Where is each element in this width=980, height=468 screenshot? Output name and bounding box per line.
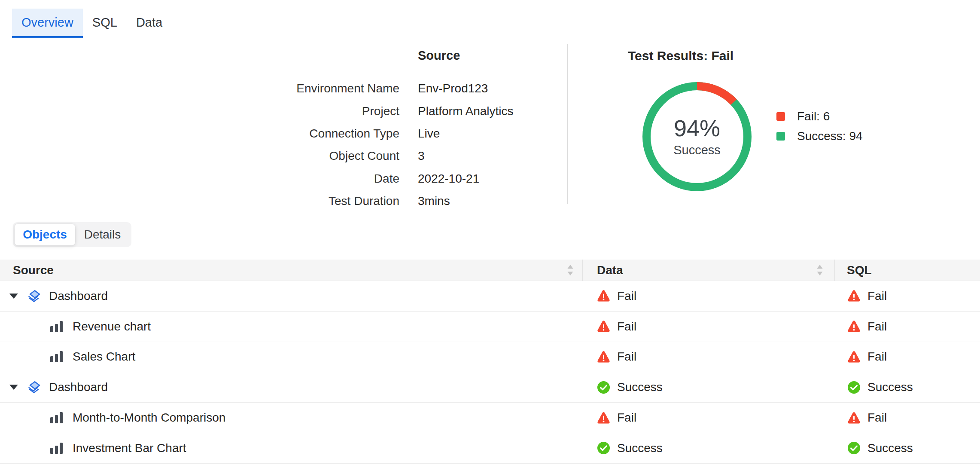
warning-triangle-icon bbox=[847, 350, 861, 364]
warning-triangle-icon bbox=[597, 289, 610, 303]
status-label: Fail bbox=[617, 289, 636, 303]
sql-status-cell: Success bbox=[835, 372, 980, 402]
table-row-item[interactable]: Investment Bar Chart Success Success bbox=[0, 433, 980, 464]
data-status-cell: Fail bbox=[583, 281, 835, 311]
source-info-row: Test Duration 3mins bbox=[206, 190, 514, 212]
legend-label: Fail: 6 bbox=[797, 110, 830, 123]
tab-sql[interactable]: SQL bbox=[83, 9, 127, 38]
source-cell: Dashboard bbox=[0, 281, 583, 311]
bar-chart-icon bbox=[49, 350, 64, 364]
column-label-sql: SQL bbox=[847, 263, 872, 277]
status-fail: Fail bbox=[847, 320, 887, 333]
data-status-cell: Fail bbox=[583, 403, 835, 433]
warning-triangle-icon bbox=[847, 289, 861, 303]
object-name: Dashboard bbox=[49, 380, 108, 394]
test-results-donut-chart: 94% Success bbox=[642, 82, 752, 192]
data-status-cell: Success bbox=[583, 433, 835, 463]
sql-status-cell: Fail bbox=[835, 312, 980, 342]
warning-triangle-icon bbox=[597, 350, 610, 364]
vertical-divider bbox=[567, 44, 568, 204]
source-cell: Sales Chart bbox=[0, 342, 583, 372]
sort-icon[interactable] bbox=[567, 264, 574, 276]
field-label: Environment Name bbox=[206, 82, 399, 95]
dashboard-icon bbox=[27, 289, 41, 303]
table-row-group[interactable]: Dashboard Success Success bbox=[0, 372, 980, 403]
status-label: Fail bbox=[867, 411, 887, 425]
column-header-source[interactable]: Source bbox=[0, 260, 583, 281]
status-fail: Fail bbox=[597, 289, 636, 303]
data-status-cell: Success bbox=[583, 372, 835, 402]
object-name: Investment Bar Chart bbox=[73, 441, 186, 455]
status-label: Success bbox=[617, 441, 663, 455]
sort-icon[interactable] bbox=[816, 264, 823, 276]
source-panel-title: Source bbox=[418, 46, 460, 64]
status-success: Success bbox=[847, 380, 913, 394]
status-label: Fail bbox=[867, 289, 887, 303]
column-header-sql[interactable]: SQL bbox=[835, 260, 980, 281]
column-label-data: Data bbox=[597, 263, 623, 277]
source-info-row: Environment Name Env-Prod123 bbox=[206, 77, 514, 100]
source-cell: Investment Bar Chart bbox=[0, 433, 583, 463]
sql-status-cell: Success bbox=[835, 433, 980, 463]
legend-label: Success: 94 bbox=[797, 129, 863, 143]
data-status-cell: Fail bbox=[583, 312, 835, 342]
check-circle-icon bbox=[597, 381, 610, 394]
bar-chart-icon bbox=[49, 320, 64, 333]
status-fail: Fail bbox=[597, 350, 636, 364]
source-cell: Revenue chart bbox=[0, 312, 583, 342]
bar-chart-icon bbox=[49, 441, 64, 455]
sql-status-cell: Fail bbox=[835, 342, 980, 372]
source-info-list: Environment Name Env-Prod123 Project Pla… bbox=[206, 77, 514, 212]
status-fail: Fail bbox=[847, 289, 887, 303]
field-value: Env-Prod123 bbox=[418, 82, 488, 95]
caret-down-icon[interactable] bbox=[9, 385, 18, 390]
tab-data[interactable]: Data bbox=[127, 9, 172, 38]
warning-triangle-icon bbox=[847, 320, 861, 333]
object-name: Month-to-Month Comparison bbox=[73, 411, 225, 425]
source-info-row: Connection Type Live bbox=[206, 122, 514, 145]
source-info-row: Project Platform Analytics bbox=[206, 100, 514, 122]
bar-chart-icon bbox=[49, 411, 64, 425]
field-value: 2022-10-21 bbox=[418, 172, 479, 186]
source-cell: Month-to-Month Comparison bbox=[0, 403, 583, 433]
legend-swatch bbox=[776, 132, 785, 141]
object-name: Dashboard bbox=[49, 289, 108, 303]
check-circle-icon bbox=[847, 381, 861, 394]
table-row-group[interactable]: Dashboard Fail Fail bbox=[0, 281, 980, 312]
status-success: Success bbox=[597, 380, 663, 394]
column-label-source: Source bbox=[13, 263, 54, 277]
legend-swatch bbox=[776, 112, 785, 121]
tab-overview[interactable]: Overview bbox=[12, 9, 83, 38]
table-row-item[interactable]: Sales Chart Fail Fail bbox=[0, 342, 980, 373]
field-value: 3mins bbox=[418, 194, 450, 208]
object-name: Revenue chart bbox=[73, 320, 151, 333]
top-tab-bar: Overview SQL Data bbox=[12, 9, 172, 38]
table-row-item[interactable]: Revenue chart Fail Fail bbox=[0, 312, 980, 342]
source-cell: Dashboard bbox=[0, 372, 583, 402]
field-label: Object Count bbox=[206, 149, 399, 163]
status-label: Fail bbox=[867, 350, 887, 364]
source-info-row: Object Count 3 bbox=[206, 145, 514, 167]
table-row-item[interactable]: Month-to-Month Comparison Fail Fail bbox=[0, 403, 980, 433]
source-info-row: Date 2022-10-21 bbox=[206, 168, 514, 190]
object-name: Sales Chart bbox=[73, 350, 135, 364]
sql-status-cell: Fail bbox=[835, 281, 980, 311]
field-value: Platform Analytics bbox=[418, 104, 514, 118]
check-circle-icon bbox=[597, 441, 610, 455]
toggle-objects[interactable]: Objects bbox=[15, 224, 75, 245]
status-label: Fail bbox=[617, 320, 636, 333]
warning-triangle-icon bbox=[597, 411, 610, 425]
status-success: Success bbox=[597, 441, 663, 455]
status-success: Success bbox=[847, 441, 913, 455]
status-label: Success bbox=[867, 380, 913, 394]
test-results-title: Test Results: Fail bbox=[628, 47, 733, 64]
warning-triangle-icon bbox=[597, 320, 610, 333]
status-label: Fail bbox=[617, 411, 636, 425]
caret-down-icon[interactable] bbox=[9, 294, 18, 299]
objects-table: Source Data SQL bbox=[0, 260, 980, 464]
column-header-data[interactable]: Data bbox=[583, 260, 835, 281]
table-body: Dashboard Fail Fail Revenue ch bbox=[0, 281, 980, 464]
toggle-details[interactable]: Details bbox=[75, 224, 130, 245]
status-label: Fail bbox=[867, 320, 887, 333]
status-fail: Fail bbox=[847, 350, 887, 364]
